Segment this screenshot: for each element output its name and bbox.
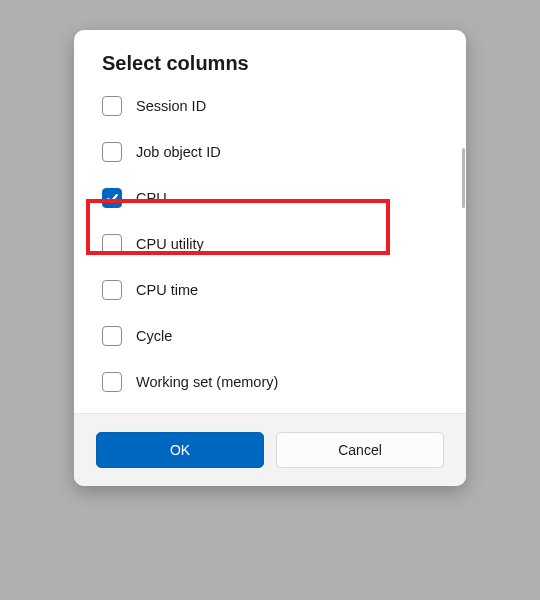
column-row-session-id[interactable]: Session ID <box>102 83 438 129</box>
column-row-cpu-utility[interactable]: CPU utility <box>102 221 438 267</box>
dialog-content: Select columns Session ID Job object ID … <box>74 30 466 413</box>
checkbox-unchecked-icon[interactable] <box>102 280 122 300</box>
checkbox-unchecked-icon[interactable] <box>102 142 122 162</box>
check-icon <box>106 192 119 205</box>
checkbox-unchecked-icon[interactable] <box>102 234 122 254</box>
column-row-cycle[interactable]: Cycle <box>102 313 438 359</box>
dialog-footer: OK Cancel <box>74 413 466 486</box>
column-label: CPU <box>136 190 167 206</box>
column-row-working-set[interactable]: Working set (memory) <box>102 359 438 405</box>
column-row-cpu[interactable]: CPU <box>102 175 438 221</box>
dialog-title: Select columns <box>102 52 438 75</box>
checkbox-checked-icon[interactable] <box>102 188 122 208</box>
column-row-cpu-time[interactable]: CPU time <box>102 267 438 313</box>
column-list: Session ID Job object ID CPU CPU utility… <box>102 83 438 405</box>
column-label: CPU utility <box>136 236 204 252</box>
cancel-button[interactable]: Cancel <box>276 432 444 468</box>
column-row-job-object-id[interactable]: Job object ID <box>102 129 438 175</box>
column-label: Working set (memory) <box>136 374 278 390</box>
select-columns-dialog: Select columns Session ID Job object ID … <box>74 30 466 486</box>
checkbox-unchecked-icon[interactable] <box>102 326 122 346</box>
column-label: Session ID <box>136 98 206 114</box>
ok-button[interactable]: OK <box>96 432 264 468</box>
checkbox-unchecked-icon[interactable] <box>102 96 122 116</box>
column-label: Cycle <box>136 328 172 344</box>
column-label: Job object ID <box>136 144 221 160</box>
checkbox-unchecked-icon[interactable] <box>102 372 122 392</box>
column-label: CPU time <box>136 282 198 298</box>
scrollbar[interactable] <box>462 148 465 208</box>
